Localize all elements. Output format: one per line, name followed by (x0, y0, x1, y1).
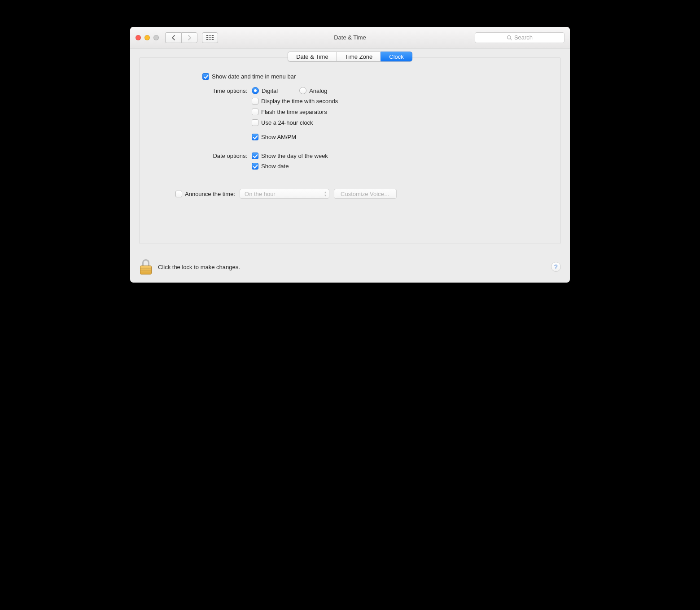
lock-text: Click the lock to make changes. (158, 264, 240, 270)
checkbox-icon (252, 152, 258, 159)
tab-date-time[interactable]: Date & Time (288, 52, 337, 61)
search-placeholder: Search (514, 34, 533, 41)
analog-label: Analog (309, 87, 327, 94)
nav-buttons (165, 32, 197, 43)
checkbox-icon (175, 191, 182, 197)
tab-time-zone[interactable]: Time Zone (337, 52, 381, 61)
time-mode-analog-radio[interactable]: Analog (299, 87, 327, 94)
show-in-menubar-label: Show date and time in menu bar (212, 73, 296, 80)
chevron-left-icon (171, 35, 175, 40)
checkbox-icon (252, 163, 258, 170)
lock-button[interactable] (139, 259, 153, 274)
announce-time-checkbox[interactable]: Announce the time: (175, 191, 235, 197)
date-options-label: Date options: (158, 152, 252, 159)
lock-body-icon (140, 266, 152, 274)
announce-time-label: Announce the time: (185, 191, 235, 197)
search-icon (507, 35, 512, 40)
chevron-updown-icon: ▴▾ (324, 191, 326, 197)
show-day-of-week-label: Show the day of the week (261, 152, 328, 159)
footer: Click the lock to make changes. ? (130, 252, 570, 283)
customize-voice-button[interactable]: Customize Voice… (334, 189, 397, 199)
show-day-of-week-checkbox[interactable]: Show the day of the week (252, 152, 328, 159)
time-options-label: Time options: (158, 87, 252, 94)
content-area: Date & Time Time Zone Clock Show date an… (130, 48, 570, 252)
zoom-window-button[interactable] (153, 35, 159, 40)
forward-button[interactable] (181, 32, 197, 43)
tab-bar: Date & Time Time Zone Clock (140, 52, 560, 61)
chevron-right-icon (188, 35, 192, 40)
settings-panel: Date & Time Time Zone Clock Show date an… (139, 57, 561, 244)
traffic-lights (136, 35, 159, 40)
show-date-checkbox[interactable]: Show date (252, 163, 289, 170)
checkbox-icon (202, 73, 209, 80)
digital-label: Digital (262, 87, 278, 94)
checkbox-icon (252, 98, 258, 105)
settings-body: Show date and time in menu bar Time opti… (140, 73, 560, 199)
announce-interval-popup[interactable]: On the hour ▴▾ (240, 189, 329, 199)
preferences-window: Date & Time Search Date & Time Time Zone… (130, 27, 570, 283)
use-24-hour-checkbox[interactable]: Use a 24-hour clock (252, 119, 313, 126)
grid-icon (206, 35, 213, 40)
announce-row: Announce the time: On the hour ▴▾ Custom… (175, 189, 542, 199)
search-input[interactable]: Search (475, 32, 564, 43)
announce-interval-value: On the hour (245, 191, 276, 197)
radio-icon (299, 87, 306, 94)
show-ampm-label: Show AM/PM (261, 134, 296, 140)
show-all-button[interactable] (202, 32, 218, 43)
back-button[interactable] (165, 32, 181, 43)
tab-group: Date & Time Time Zone Clock (288, 52, 412, 61)
flash-separators-checkbox[interactable]: Flash the time separators (252, 109, 327, 115)
close-window-button[interactable] (136, 35, 141, 40)
checkbox-icon (252, 119, 258, 126)
checkbox-icon (252, 109, 258, 115)
display-seconds-checkbox[interactable]: Display the time with seconds (252, 98, 338, 105)
help-icon: ? (554, 263, 558, 270)
titlebar: Date & Time Search (130, 27, 570, 48)
display-seconds-label: Display the time with seconds (261, 98, 338, 105)
show-in-menubar-checkbox[interactable]: Show date and time in menu bar (202, 73, 296, 80)
time-mode-digital-radio[interactable]: Digital (252, 87, 278, 94)
show-date-label: Show date (261, 163, 289, 170)
minimize-window-button[interactable] (144, 35, 150, 40)
svg-line-1 (510, 39, 512, 40)
help-button[interactable]: ? (551, 262, 561, 272)
svg-point-0 (507, 35, 511, 39)
show-ampm-checkbox[interactable]: Show AM/PM (252, 134, 296, 140)
tab-clock[interactable]: Clock (381, 52, 412, 61)
flash-separators-label: Flash the time separators (261, 109, 327, 115)
use-24-hour-label: Use a 24-hour clock (261, 119, 313, 126)
checkbox-icon (252, 134, 258, 140)
radio-icon (252, 87, 259, 94)
